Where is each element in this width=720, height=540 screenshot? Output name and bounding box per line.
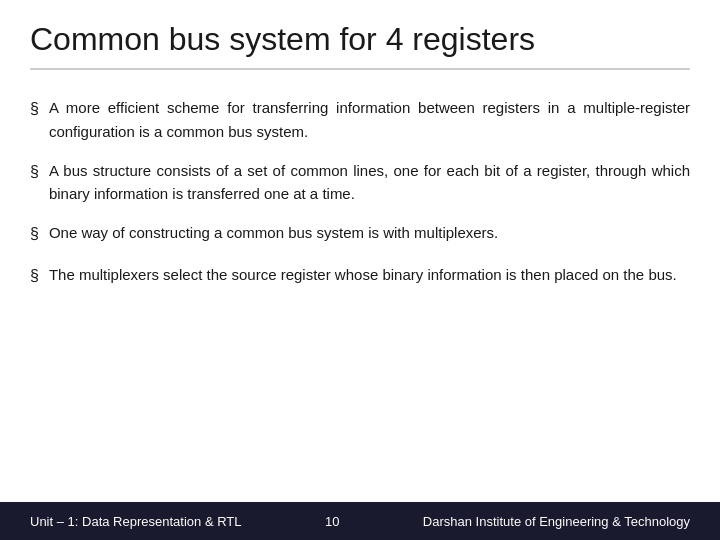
bullet-text-2: A bus structure consists of a set of com… <box>49 159 690 206</box>
footer-left: Unit – 1: Data Representation & RTL <box>30 514 242 529</box>
bullet-text-1: A more efficient scheme for transferring… <box>49 96 690 143</box>
bullet-item-1: § A more efficient scheme for transferri… <box>30 96 690 143</box>
footer-page-number: 10 <box>325 514 339 529</box>
bullet-list: § A more efficient scheme for transferri… <box>30 96 690 492</box>
bullet-item-4: § The multiplexers select the source reg… <box>30 263 690 289</box>
slide-title: Common bus system for 4 registers <box>30 20 690 70</box>
bullet-marker-2: § <box>30 160 39 185</box>
bullet-marker-4: § <box>30 264 39 289</box>
bullet-text-3: One way of constructing a common bus sys… <box>49 221 690 244</box>
bullet-marker-3: § <box>30 222 39 247</box>
slide-content: Common bus system for 4 registers § A mo… <box>0 0 720 502</box>
bullet-item-2: § A bus structure consists of a set of c… <box>30 159 690 206</box>
bullet-text-4: The multiplexers select the source regis… <box>49 263 690 286</box>
slide-footer: Unit – 1: Data Representation & RTL 10 D… <box>0 502 720 540</box>
bullet-marker-1: § <box>30 97 39 122</box>
footer-right: Darshan Institute of Engineering & Techn… <box>423 514 690 529</box>
bullet-item-3: § One way of constructing a common bus s… <box>30 221 690 247</box>
